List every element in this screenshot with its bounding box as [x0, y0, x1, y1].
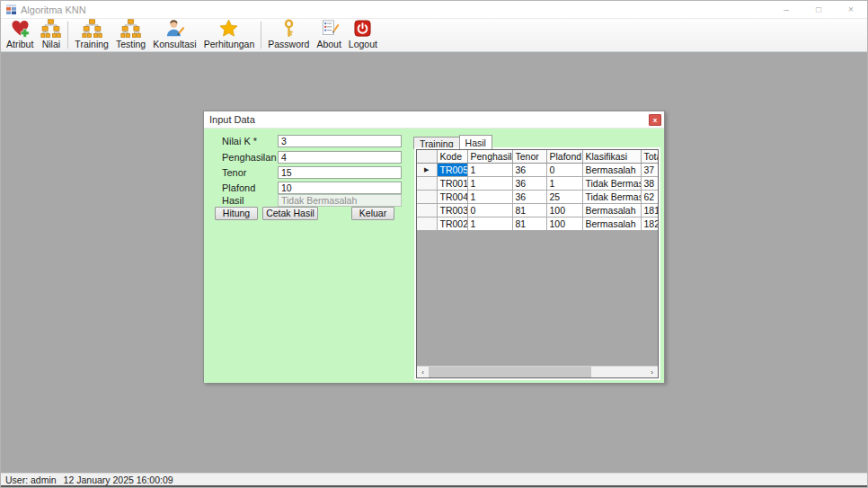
- field-input-plafond[interactable]: [278, 182, 402, 194]
- grid-cell[interactable]: TR003: [437, 203, 467, 217]
- toolbar-button-atribut[interactable]: Atribut: [3, 20, 37, 50]
- grid-column-header-klasifikasi[interactable]: Klasifikasi: [582, 150, 641, 163]
- grid-column-header-plafond[interactable]: Plafond: [546, 150, 582, 163]
- grid-cell[interactable]: 100: [546, 203, 582, 217]
- scrollbar-thumb[interactable]: [429, 367, 591, 377]
- grid-cell[interactable]: 81: [512, 203, 546, 217]
- app-icon: [6, 4, 16, 14]
- field-input-tenor[interactable]: [278, 166, 402, 179]
- grid-cell[interactable]: 1: [467, 163, 512, 176]
- hitung-button[interactable]: Hitung: [215, 207, 258, 220]
- grid-cell[interactable]: 182: [641, 217, 659, 230]
- results-grid: KodePenghasilanTenorPlafondKlasifikasiTo…: [416, 149, 659, 378]
- results-table: KodePenghasilanTenorPlafondKlasifikasiTo…: [417, 150, 659, 231]
- toolbar-button-nilai[interactable]: Nilai: [37, 20, 65, 50]
- grid-cell[interactable]: 36: [512, 163, 546, 176]
- status-user: User: admin: [5, 475, 57, 485]
- row-header-cell[interactable]: [417, 217, 437, 230]
- field-input-penghasilan[interactable]: [278, 151, 402, 164]
- toolbar-button-training[interactable]: Training: [71, 20, 112, 50]
- org-chart-icon: [82, 19, 102, 38]
- horizontal-scrollbar[interactable]: ‹ ›: [417, 366, 658, 377]
- grid-cell[interactable]: Tidak Bermasalah: [582, 176, 641, 190]
- grid-cell[interactable]: Bermasalah: [582, 203, 641, 217]
- grid-body: ▶TR0051360Bermasalah37TR0011361Tidak Ber…: [417, 163, 659, 230]
- grid-cell[interactable]: 1: [546, 176, 582, 190]
- toolbar-button-perhitungan[interactable]: Perhitungan: [200, 20, 259, 50]
- window-controls: – □ ×: [770, 1, 867, 18]
- toolbar-label: Training: [75, 39, 109, 49]
- field-input-hasil: [278, 194, 402, 207]
- field-label-nilai-k: Nilai K *: [222, 136, 257, 146]
- row-header-cell[interactable]: ▶: [417, 163, 437, 176]
- grid-cell[interactable]: TR004: [437, 190, 467, 203]
- tab-strip: Training Hasil: [413, 135, 492, 149]
- grid-column-header-penghasilan[interactable]: Penghasilan: [467, 150, 512, 163]
- toolbar-button-logout[interactable]: Logout: [345, 20, 381, 50]
- grid-cell[interactable]: 25: [546, 190, 582, 203]
- grid-cell[interactable]: 62: [641, 190, 659, 203]
- toolbar-label: Konsultasi: [153, 39, 196, 49]
- tab-hasil[interactable]: Hasil: [459, 135, 492, 149]
- toolbar-button-konsultasi[interactable]: Konsultasi: [149, 20, 199, 50]
- tab-training[interactable]: Training: [413, 137, 460, 149]
- statusbar: User: admin 12 January 2025 16:00:09: [1, 473, 867, 487]
- toolbar-button-about[interactable]: About: [313, 20, 344, 50]
- scroll-right-icon[interactable]: ›: [646, 367, 658, 377]
- star-icon: [218, 19, 239, 38]
- grid-cell[interactable]: 36: [512, 176, 546, 190]
- dialog-titlebar[interactable]: Input Data x: [204, 111, 664, 128]
- grid-row: TR00413625Tidak Bermasalah62: [417, 190, 659, 203]
- grid-row: TR0011361Tidak Bermasalah38: [417, 176, 659, 190]
- grid-cell[interactable]: 1: [467, 176, 512, 190]
- grid-cell[interactable]: 81: [512, 217, 546, 230]
- toolbar-label: Perhitungan: [204, 39, 255, 49]
- scrollbar-track[interactable]: [591, 367, 646, 377]
- grid-cell[interactable]: 1: [467, 217, 512, 230]
- row-header-cell[interactable]: [417, 176, 437, 190]
- toolbar-button-testing[interactable]: Testing: [112, 20, 149, 50]
- grid-cell[interactable]: 0: [546, 163, 582, 176]
- grid-column-header-kode[interactable]: Kode: [437, 150, 467, 163]
- grid-cell[interactable]: 100: [546, 217, 582, 230]
- grid-cell[interactable]: 0: [467, 203, 512, 217]
- titlebar: Algoritma KNN – □ ×: [1, 1, 867, 18]
- grid-cell[interactable]: 1: [467, 190, 512, 203]
- row-header-cell[interactable]: [417, 190, 437, 203]
- person-pencil-icon: [164, 19, 185, 38]
- window-title: Algoritma KNN: [21, 4, 86, 15]
- maximize-button[interactable]: □: [802, 1, 835, 18]
- grid-cell[interactable]: Tidak Bermasalah: [582, 190, 641, 203]
- grid-row: ▶TR0051360Bermasalah37: [417, 163, 659, 176]
- toolbar-button-password[interactable]: Password: [264, 20, 313, 50]
- grid-cell[interactable]: TR001: [437, 176, 467, 190]
- dialog-close-button[interactable]: x: [649, 114, 661, 126]
- grid-cell[interactable]: Bermasalah: [582, 163, 641, 176]
- input-data-dialog: Input Data x Nilai K *PenghasilanTenorPl…: [203, 111, 665, 383]
- toolbar: AtributNilaiTrainingTestingKonsultasiPer…: [1, 18, 867, 52]
- keluar-button[interactable]: Keluar: [351, 207, 394, 220]
- minimize-button[interactable]: –: [770, 1, 802, 18]
- key-icon: [279, 19, 299, 38]
- client-area: Input Data x Nilai K *PenghasilanTenorPl…: [1, 52, 867, 473]
- dialog-body: Nilai K *PenghasilanTenorPlafondHasil Hi…: [204, 128, 664, 383]
- scroll-left-icon[interactable]: ‹: [417, 367, 429, 377]
- grid-cell[interactable]: TR002: [437, 217, 467, 230]
- document-list-icon: [319, 19, 340, 38]
- grid-cell[interactable]: 36: [512, 190, 546, 203]
- close-button[interactable]: ×: [835, 1, 867, 18]
- app-window: Algoritma KNN – □ × AtributNilaiTraining…: [0, 0, 868, 488]
- toolbar-separator: [261, 22, 261, 49]
- org-chart-icon: [120, 19, 141, 38]
- cetak-hasil-button[interactable]: Cetak Hasil: [262, 207, 318, 220]
- power-icon: [352, 19, 373, 38]
- grid-cell[interactable]: Bermasalah: [582, 217, 641, 230]
- grid-cell[interactable]: 37: [641, 163, 659, 176]
- row-header-cell[interactable]: [417, 203, 437, 217]
- grid-column-header-total[interactable]: Total: [641, 150, 659, 163]
- grid-column-header-tenor[interactable]: Tenor: [512, 150, 546, 163]
- field-input-nilai-k[interactable]: [278, 135, 402, 147]
- grid-cell[interactable]: 38: [641, 176, 659, 190]
- grid-cell[interactable]: 181: [641, 203, 659, 217]
- grid-cell-selected[interactable]: TR005: [437, 163, 467, 176]
